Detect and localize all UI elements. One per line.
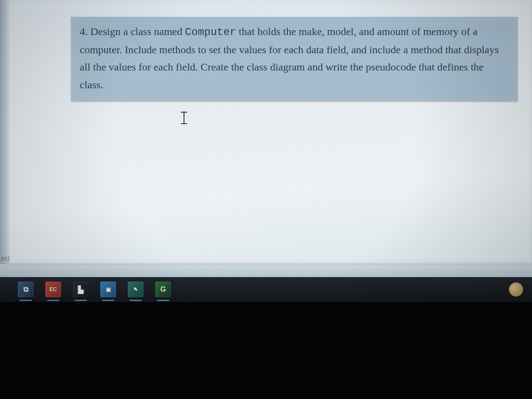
app-green-icon[interactable]: G [155,282,171,297]
question-code-word: Computer [185,26,236,38]
question-highlight[interactable]: 4. Design a class named Computer that ho… [71,17,518,102]
edge-glyph: ⧉ [23,286,28,293]
app-teal-icon[interactable]: ✎ [128,282,144,297]
question-number: 4. [80,26,88,37]
document-area[interactable]: 4. Design a class named Computer that ho… [0,0,532,264]
left-panel-edge [0,0,11,264]
app-red-glyph: EC [50,286,57,293]
screen-root: 4. Design a class named Computer that ho… [0,0,532,399]
camera-glyph: ▣ [106,286,111,293]
camera-icon[interactable]: ▣ [100,282,116,297]
app-dark-icon[interactable]: ▙ [73,282,89,297]
taskbar[interactable]: ⧉ EC ▙ ▣ ✎ G [0,277,532,302]
app-teal-glyph: ✎ [133,286,138,293]
app-green-glyph: G [160,286,166,293]
edge-icon[interactable]: ⧉ [18,282,34,297]
app-red-icon[interactable]: EC [45,282,61,297]
text-cursor-icon [181,112,187,124]
below-screen-void [0,302,532,399]
left-panel-text-fragment: es) [1,255,9,262]
app-dark-glyph: ▙ [78,286,83,294]
question-text-a: Design a class named [88,26,185,37]
status-strip [0,264,532,278]
tray-coin-icon[interactable] [509,282,523,297]
